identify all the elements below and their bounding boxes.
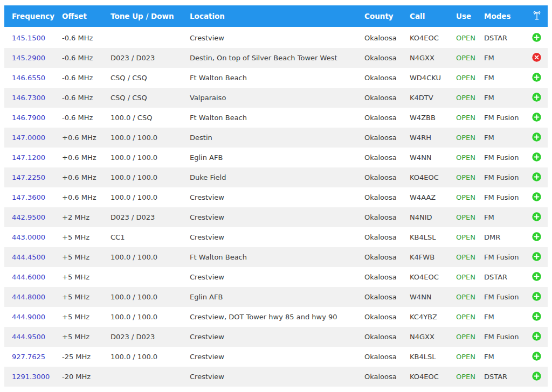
antenna-icon <box>532 10 542 21</box>
frequency-cell: 147.2250 <box>4 167 57 187</box>
use-status: OPEN <box>456 173 475 181</box>
location-cell: Crestview <box>184 267 359 287</box>
call-cell: WD4CKU <box>404 68 451 88</box>
location-cell: Ft Walton Beach <box>184 108 359 128</box>
add-icon[interactable] <box>532 252 541 261</box>
add-icon[interactable] <box>532 212 541 221</box>
use-cell: OPEN <box>451 287 479 307</box>
frequency-cell: 444.6000 <box>4 267 57 287</box>
frequency-cell: 147.0000 <box>4 128 57 148</box>
table-row: 147.1200+0.6 MHz100.0 / 100.0Eglin AFBOk… <box>4 148 548 167</box>
status-cell <box>526 287 548 307</box>
call-cell: N4GXX <box>404 327 451 347</box>
use-status: OPEN <box>456 153 475 162</box>
frequency-link[interactable]: 146.7300 <box>12 94 45 102</box>
add-icon[interactable] <box>532 93 541 102</box>
table-row: 444.8000+5 MHz100.0 / 100.0Eglin AFBOkal… <box>4 287 548 307</box>
add-icon[interactable] <box>532 372 541 381</box>
table-row: 147.3600+0.6 MHz100.0 / 100.0CrestviewOk… <box>4 187 548 207</box>
add-icon[interactable] <box>532 172 541 181</box>
location-cell: Ft Walton Beach <box>184 247 359 267</box>
add-icon[interactable] <box>532 312 541 321</box>
use-status: OPEN <box>456 333 475 341</box>
modes-cell: FM <box>479 347 526 367</box>
frequency-link[interactable]: 1291.3000 <box>12 373 50 381</box>
offset-cell: +5 MHz <box>57 267 105 287</box>
add-icon[interactable] <box>532 232 541 241</box>
unavailable-icon[interactable] <box>532 53 541 62</box>
frequency-link[interactable]: 927.7625 <box>12 353 45 361</box>
use-cell: OPEN <box>451 347 479 367</box>
table-row: 443.0000+5 MHzCC1CrestviewOkaloosaKB4LSL… <box>4 227 548 247</box>
add-icon[interactable] <box>532 272 541 281</box>
use-cell: OPEN <box>451 267 479 287</box>
call-cell: N4NID <box>404 207 451 227</box>
modes-cell: FM Fusion <box>479 247 526 267</box>
table-row: 927.7625-25 MHz100.0 / 100.0CrestviewOka… <box>4 347 548 367</box>
offset-cell: +5 MHz <box>57 247 105 267</box>
location-cell: Crestview <box>184 227 359 247</box>
status-cell <box>526 307 548 327</box>
add-icon[interactable] <box>532 152 541 162</box>
frequency-link[interactable]: 444.6000 <box>12 273 45 281</box>
use-status: OPEN <box>456 273 475 281</box>
column-header-status <box>526 5 548 28</box>
call-cell: K4FWB <box>404 247 451 267</box>
frequency-link[interactable]: 146.6550 <box>12 74 45 82</box>
call-cell: W4ZBB <box>404 108 451 128</box>
frequency-link[interactable]: 146.7900 <box>12 114 45 122</box>
add-icon[interactable] <box>532 352 541 361</box>
frequency-link[interactable]: 444.9500 <box>12 333 45 341</box>
county-cell: Okaloosa <box>359 48 404 68</box>
location-cell: Destin <box>184 128 359 148</box>
add-icon[interactable] <box>532 73 541 82</box>
use-cell: OPEN <box>451 88 479 108</box>
use-cell: OPEN <box>451 247 479 267</box>
frequency-link[interactable]: 145.2900 <box>12 54 45 62</box>
use-status: OPEN <box>456 34 475 42</box>
use-cell: OPEN <box>451 207 479 227</box>
add-icon[interactable] <box>532 292 541 301</box>
add-icon[interactable] <box>532 113 541 122</box>
offset-cell: -0.6 MHz <box>57 68 105 88</box>
tone-cell: 100.0 / 100.0 <box>105 128 184 148</box>
frequency-link[interactable]: 444.9000 <box>12 313 45 321</box>
frequency-link[interactable]: 147.3600 <box>12 193 45 201</box>
use-status: OPEN <box>456 233 475 241</box>
modes-cell: FM <box>479 128 526 148</box>
use-cell: OPEN <box>451 48 479 68</box>
modes-cell: FM Fusion <box>479 187 526 207</box>
call-cell: KO4EOC <box>404 28 451 48</box>
frequency-link[interactable]: 147.0000 <box>12 134 45 142</box>
tone-cell <box>105 267 184 287</box>
add-icon[interactable] <box>532 33 541 42</box>
add-icon[interactable] <box>532 332 541 341</box>
table-row: 1291.3000-20 MHzCrestviewOkaloosaKO4EOCO… <box>4 367 548 387</box>
add-icon[interactable] <box>532 192 541 201</box>
status-cell <box>526 347 548 367</box>
call-cell: KB4LSL <box>404 227 451 247</box>
tone-cell: 100.0 / 100.0 <box>105 187 184 207</box>
status-cell <box>526 327 548 347</box>
frequency-link[interactable]: 147.2250 <box>12 173 45 181</box>
frequency-link[interactable]: 444.8000 <box>12 293 45 301</box>
tone-cell <box>105 28 184 48</box>
frequency-link[interactable]: 443.0000 <box>12 233 45 241</box>
use-status: OPEN <box>456 313 475 321</box>
frequency-link[interactable]: 442.9500 <box>12 213 45 221</box>
use-status: OPEN <box>456 134 475 142</box>
frequency-cell: 444.8000 <box>4 287 57 307</box>
frequency-link[interactable]: 145.1500 <box>12 34 45 42</box>
location-cell: Duke Field <box>184 167 359 187</box>
tone-cell: 100.0 / CSQ <box>105 108 184 128</box>
modes-cell: FM Fusion <box>479 108 526 128</box>
offset-cell: -0.6 MHz <box>57 48 105 68</box>
modes-cell: FM <box>479 207 526 227</box>
frequency-link[interactable]: 147.1200 <box>12 153 45 162</box>
frequency-link[interactable]: 444.4500 <box>12 253 45 261</box>
add-icon[interactable] <box>532 132 541 142</box>
column-header-tone: Tone Up / Down <box>105 5 184 28</box>
modes-cell: FM <box>479 68 526 88</box>
frequency-cell: 444.9000 <box>4 307 57 327</box>
offset-cell: +2 MHz <box>57 207 105 227</box>
